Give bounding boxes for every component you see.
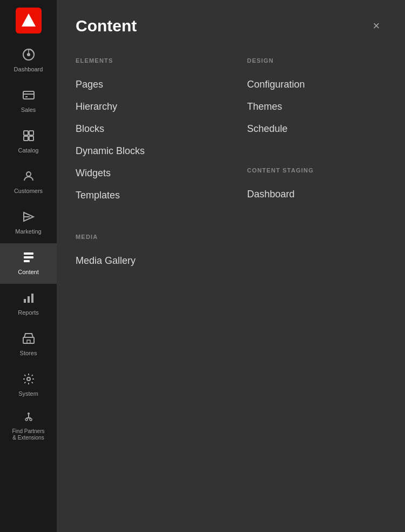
sidebar-item-label-customers: Customers <box>14 188 43 195</box>
sidebar-item-label-sales: Sales <box>21 107 36 114</box>
panel-title: Content <box>76 17 137 35</box>
close-button[interactable]: × <box>367 16 386 36</box>
sidebar-item-customers[interactable]: Customers <box>0 162 57 203</box>
menu-link-hierarchy[interactable]: Hierarchy <box>76 96 215 118</box>
media-section: Media Media Gallery <box>76 234 215 272</box>
content-panel: Content × Elements Pages Hierarchy Block… <box>57 0 405 532</box>
elements-section-header: Elements <box>76 57 215 64</box>
sales-icon <box>22 89 35 104</box>
partners-icon <box>22 410 35 425</box>
sidebar: Dashboard Sales Catalog Customers Market… <box>0 0 57 532</box>
menu-link-configuration[interactable]: Configuration <box>247 74 387 96</box>
svg-point-27 <box>30 418 32 421</box>
sidebar-item-label-catalog: Catalog <box>18 147 39 154</box>
svg-point-23 <box>28 413 30 415</box>
svg-rect-9 <box>24 136 28 141</box>
sidebar-item-marketing[interactable]: Marketing <box>0 203 57 243</box>
adobe-symbol <box>21 12 37 29</box>
panel-body: Elements Pages Hierarchy Blocks Dynamic … <box>57 46 405 294</box>
content-staging-header: Content Staging <box>247 167 387 174</box>
svg-rect-15 <box>24 256 33 258</box>
dashboard-icon <box>22 48 35 63</box>
sidebar-item-reports[interactable]: Reports <box>0 284 57 324</box>
menu-link-widgets[interactable]: Widgets <box>76 162 215 184</box>
menu-link-blocks[interactable]: Blocks <box>76 118 215 140</box>
sidebar-item-label-find-partners: Find Partners& Extensions <box>10 428 46 441</box>
svg-point-22 <box>27 377 30 381</box>
sidebar-item-system[interactable]: System <box>0 365 57 405</box>
svg-point-11 <box>26 172 31 176</box>
menu-link-themes[interactable]: Themes <box>247 96 387 118</box>
svg-marker-0 <box>22 14 36 26</box>
content-staging-section: Content Staging Dashboard <box>247 167 387 205</box>
sidebar-item-label-content: Content <box>18 269 39 276</box>
menu-link-schedule[interactable]: Schedule <box>247 118 387 140</box>
svg-rect-17 <box>24 299 26 303</box>
sidebar-item-dashboard[interactable]: Dashboard <box>0 41 57 81</box>
sidebar-item-stores[interactable]: Stores <box>0 324 57 365</box>
sidebar-item-label-marketing: Marketing <box>15 228 41 235</box>
reports-icon <box>22 291 35 307</box>
sidebar-item-label-dashboard: Dashboard <box>14 66 43 73</box>
svg-rect-14 <box>24 252 33 255</box>
adobe-logo-icon <box>16 8 42 34</box>
sidebar-item-label-system: System <box>18 390 38 397</box>
menu-link-content-staging-dashboard[interactable]: Dashboard <box>247 183 387 205</box>
svg-rect-19 <box>31 294 33 303</box>
svg-rect-7 <box>24 131 28 135</box>
system-icon <box>22 373 35 388</box>
sidebar-item-sales[interactable]: Sales <box>0 81 57 122</box>
svg-rect-10 <box>29 136 33 141</box>
sidebar-item-label-reports: Reports <box>18 309 39 316</box>
svg-point-26 <box>25 418 28 421</box>
menu-link-pages[interactable]: Pages <box>76 74 215 96</box>
sidebar-logo <box>0 0 57 41</box>
svg-rect-16 <box>24 260 30 262</box>
sidebar-item-content[interactable]: Content <box>0 243 57 284</box>
content-icon <box>22 251 35 266</box>
svg-rect-18 <box>28 296 30 303</box>
svg-point-2 <box>27 53 30 56</box>
menu-link-templates[interactable]: Templates <box>76 184 215 207</box>
sidebar-item-find-partners[interactable]: Find Partners& Extensions <box>0 405 57 446</box>
design-section-header: Design <box>247 57 387 64</box>
catalog-icon <box>22 129 35 144</box>
media-section-header: Media <box>76 234 215 240</box>
customers-icon <box>22 170 35 185</box>
panel-header: Content × <box>57 0 405 46</box>
menu-link-dynamic-blocks[interactable]: Dynamic Blocks <box>76 140 215 162</box>
svg-rect-8 <box>29 131 33 135</box>
column-left: Elements Pages Hierarchy Blocks Dynamic … <box>76 52 215 272</box>
menu-link-media-gallery[interactable]: Media Gallery <box>76 250 215 272</box>
sidebar-item-catalog[interactable]: Catalog <box>0 122 57 162</box>
marketing-icon <box>22 210 35 225</box>
stores-icon <box>22 332 35 347</box>
sidebar-item-label-stores: Stores <box>20 350 37 357</box>
column-right: Design Configuration Themes Schedule Con… <box>247 52 387 272</box>
svg-rect-4 <box>23 91 34 99</box>
